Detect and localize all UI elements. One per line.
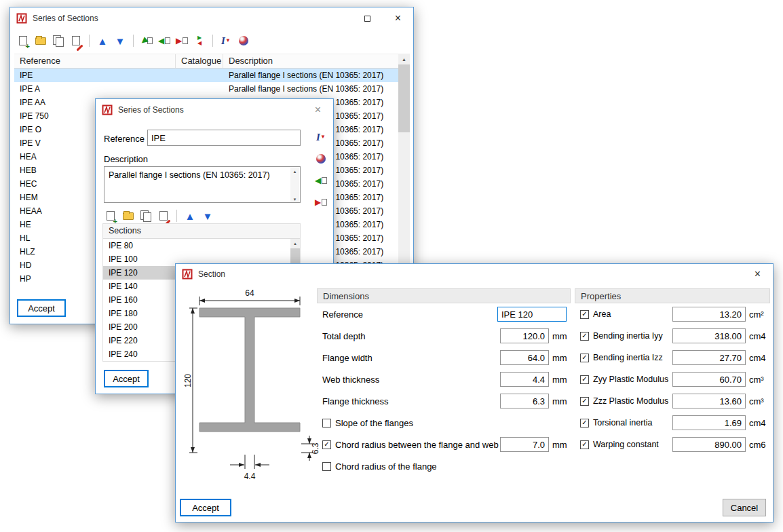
import-icon[interactable]: ◀ xyxy=(314,173,328,187)
chord-flange-checkbox[interactable] xyxy=(322,462,331,471)
move-down-icon[interactable]: ▼ xyxy=(113,33,127,48)
export-icon[interactable]: ▶ xyxy=(175,33,189,48)
cell-catalogue xyxy=(176,82,223,96)
new-icon[interactable]: + xyxy=(16,33,30,48)
column-header-reference[interactable]: Reference xyxy=(14,54,176,68)
close-button[interactable]: × xyxy=(383,7,413,29)
app-icon xyxy=(16,13,27,24)
copy-icon[interactable] xyxy=(139,208,153,223)
render-3d-icon[interactable] xyxy=(314,151,328,166)
property-checkbox[interactable]: ✓ xyxy=(580,310,589,319)
scroll-up-button[interactable]: ▲ xyxy=(290,239,300,248)
sections-list-header: Sections xyxy=(103,224,300,239)
section-axes-icon[interactable]: I▼ xyxy=(219,33,233,48)
dimension-value-input[interactable] xyxy=(500,328,549,343)
accept-button[interactable]: Accept xyxy=(17,299,66,317)
table-row[interactable]: IPE AParallel flange I sections (EN 1036… xyxy=(14,82,400,96)
unit-label: mm xyxy=(549,396,567,406)
property-checkbox[interactable]: ✓ xyxy=(580,419,589,428)
slope-checkbox[interactable] xyxy=(322,419,331,428)
property-checkbox[interactable]: ✓ xyxy=(580,440,589,449)
dimension-row: Flange thicknessmm xyxy=(317,390,571,412)
unit-label: cm³ xyxy=(746,396,766,406)
scroll-down-button[interactable]: ▼ xyxy=(290,195,299,203)
dimension-value-input[interactable] xyxy=(500,394,549,408)
accept-button[interactable]: Accept xyxy=(180,499,231,516)
copy-glyph xyxy=(53,35,64,47)
import-arrow-glyph: ◀ xyxy=(158,37,164,45)
property-row: ✓Torsional inertiacm4 xyxy=(575,412,770,434)
dimensions-header: Dimensions xyxy=(317,288,571,303)
dimension-value-input[interactable] xyxy=(500,350,549,365)
chord-radius-input[interactable] xyxy=(500,437,549,452)
property-value-input[interactable] xyxy=(672,415,746,430)
property-value-input[interactable] xyxy=(672,437,746,452)
column-header-description[interactable]: Description xyxy=(223,54,400,68)
down-arrow-glyph: ▼ xyxy=(115,36,126,46)
toolbar-separator xyxy=(133,35,134,47)
app-icon xyxy=(102,104,113,115)
cancel-button[interactable]: Cancel xyxy=(723,499,766,516)
move-up-icon[interactable]: ▲ xyxy=(96,33,109,48)
move-up-icon[interactable]: ▲ xyxy=(183,208,197,223)
chord-web-label: Chord radius between the flange and web xyxy=(331,440,500,450)
close-button[interactable]: × xyxy=(303,99,333,121)
reference-input[interactable] xyxy=(147,130,301,146)
open-icon[interactable] xyxy=(34,33,47,48)
section-axes-icon[interactable]: I▼ xyxy=(314,130,328,144)
import-icon[interactable]: ◀ xyxy=(157,33,171,48)
up-arrow-glyph: ▲ xyxy=(98,36,108,46)
scroll-up-button[interactable]: ▲ xyxy=(290,168,299,175)
property-checkbox[interactable]: ✓ xyxy=(580,332,589,341)
edit-icon[interactable] xyxy=(69,33,83,48)
chord-web-checkbox[interactable]: ✓ xyxy=(322,440,331,449)
accept-button[interactable]: Accept xyxy=(104,370,149,387)
new-icon[interactable]: + xyxy=(104,208,117,223)
column-header-catalogue[interactable]: Catalogue xyxy=(176,54,223,68)
dimension-value-input[interactable] xyxy=(500,372,549,387)
maximize-button[interactable] xyxy=(352,7,383,29)
table-row[interactable]: IPEParallel flange I sections (EN 10365:… xyxy=(14,69,400,82)
close-button[interactable]: × xyxy=(742,264,773,284)
export-arrow-glyph: ▶ xyxy=(176,37,182,45)
property-value-input[interactable] xyxy=(672,394,746,408)
copy-icon[interactable] xyxy=(52,33,65,48)
toolbar-separator xyxy=(176,210,177,222)
down-arrow-glyph: ▼ xyxy=(203,211,213,221)
open-icon[interactable] xyxy=(121,208,135,223)
property-checkbox[interactable]: ✓ xyxy=(580,354,589,362)
chord-flange-row: Chord radius of the flange xyxy=(317,455,571,477)
scrollbar[interactable]: ▲ ▼ xyxy=(290,168,299,203)
sync-icon[interactable]: ▶◀ xyxy=(193,33,206,48)
edit-icon[interactable] xyxy=(157,208,170,223)
property-value-input[interactable] xyxy=(672,372,746,387)
unit-label: mm xyxy=(549,353,567,363)
scrollbar[interactable]: ▲ ▼ xyxy=(398,54,410,293)
cell-description: Parallel flange I sections (EN 10365: 20… xyxy=(223,69,400,82)
document-glyph xyxy=(159,211,168,221)
render-3d-icon[interactable] xyxy=(237,33,250,48)
pencil-glyph xyxy=(77,45,83,52)
unit-label: mm xyxy=(549,440,567,450)
property-value-input[interactable] xyxy=(672,328,746,343)
export-icon[interactable]: ▶ xyxy=(314,195,328,209)
window-title: Section xyxy=(198,269,742,279)
property-value-input[interactable] xyxy=(672,307,746,322)
scroll-thumb[interactable] xyxy=(398,64,410,132)
property-value-input[interactable] xyxy=(672,350,746,365)
move-down-icon[interactable]: ▼ xyxy=(201,208,214,223)
main-toolbar: +▲▼◀◀▶▶◀I▼ xyxy=(16,33,250,49)
scroll-up-button[interactable]: ▲ xyxy=(398,54,410,64)
property-checkbox[interactable]: ✓ xyxy=(580,375,589,384)
dimension-row: Flange widthmm xyxy=(317,347,571,368)
import-arrow-glyph: ◀ xyxy=(315,176,321,185)
description-textarea[interactable]: Parallel flange I sections (EN 10365: 20… xyxy=(104,166,301,203)
dim-width-label: 64 xyxy=(245,288,254,298)
dimensions-group: Dimensions Reference Total depthmmFlange… xyxy=(317,288,571,477)
paste-import-icon[interactable]: ◀ xyxy=(140,33,153,48)
list-item[interactable]: IPE 80 xyxy=(103,239,300,252)
unit-label: cm4 xyxy=(746,353,766,363)
reference-input[interactable] xyxy=(497,307,567,322)
folder-glyph xyxy=(35,37,46,45)
property-checkbox[interactable]: ✓ xyxy=(580,397,589,406)
